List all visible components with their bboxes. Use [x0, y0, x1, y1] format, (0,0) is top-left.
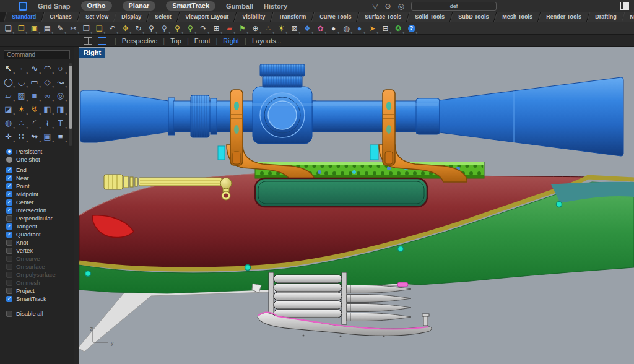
osnap-row-one-shot[interactable]: One shot	[6, 155, 74, 163]
viewport-tab-perspective[interactable]: Perspective	[122, 37, 157, 45]
zoom-selected-icon[interactable]: ⚲▾	[171, 22, 184, 34]
point-icon[interactable]: ∙▾	[15, 61, 28, 75]
checkbox-midpoint[interactable]: ✓	[6, 191, 12, 197]
split-icon[interactable]: ◨▾	[54, 102, 67, 116]
checkbox-disable-all[interactable]	[6, 311, 12, 317]
osnap-row-persistent[interactable]: Persistent	[6, 147, 74, 155]
tab-mesh-tools[interactable]: Mesh Tools	[494, 12, 541, 22]
osnap-row-center[interactable]: ✓Center	[6, 198, 74, 206]
menu-item-history[interactable]: History	[264, 2, 287, 10]
menu-item-smarttrack[interactable]: SmartTrack	[166, 1, 215, 11]
osnap-row-quadrant[interactable]: ✓Quadrant	[6, 230, 74, 238]
viewport-layout-icon[interactable]: ⊞▾	[210, 22, 223, 34]
tab-subd-tools[interactable]: SubD Tools	[449, 12, 497, 22]
filter-icon[interactable]: ▽	[372, 2, 378, 11]
model-port-inset[interactable]	[255, 178, 427, 207]
fillet-curve-icon[interactable]: ◜▾	[28, 116, 41, 129]
color-wheel-icon[interactable]: ✿▾	[314, 22, 327, 34]
open-file-icon[interactable]: ❒▾	[15, 22, 28, 34]
notes-icon[interactable]: ✎▾	[54, 22, 67, 34]
move-icon[interactable]: ✛▾	[2, 129, 15, 143]
tab-curve-tools[interactable]: Curve Tools	[311, 12, 359, 22]
points-on-icon[interactable]: ∴▾	[15, 116, 28, 129]
rectangle-icon[interactable]: ▭▾	[28, 75, 41, 89]
osnap-row-midpoint[interactable]: ✓Midpoint	[6, 190, 74, 198]
freeform-curve-icon[interactable]: ↝▾	[54, 75, 67, 89]
osnap-row-on-curve[interactable]: On curve	[6, 254, 74, 262]
viewport-grid-icon[interactable]	[84, 37, 92, 45]
menu-item-grid-snap[interactable]: Grid Snap	[38, 2, 71, 10]
tab-cplanes[interactable]: CPlanes	[41, 12, 80, 22]
undo-view-icon[interactable]: ↷▾	[197, 22, 210, 34]
checkbox-on-mesh[interactable]	[6, 280, 12, 286]
rendered-display-icon[interactable]: ●▾	[353, 22, 366, 34]
viewport-tab-right[interactable]: Right	[223, 37, 239, 45]
osnap-row-intersection[interactable]: ✓Intersection	[6, 206, 74, 214]
zoom-extents-icon[interactable]: ⚲▾	[184, 22, 197, 34]
osnap-row-end[interactable]: ✓End	[6, 166, 74, 174]
checkbox-on-curve[interactable]	[6, 256, 12, 262]
new-file-icon[interactable]: ❏▾	[2, 22, 15, 34]
record-history-icon[interactable]: ⊙	[384, 2, 391, 11]
ellipse-icon[interactable]: ◯▾	[2, 75, 15, 89]
checkbox-knot[interactable]	[6, 240, 12, 246]
text-icon[interactable]: T▾	[54, 116, 67, 129]
menu-item-ortho[interactable]: Ortho	[81, 1, 112, 11]
select-icon[interactable]: ↖▾	[2, 61, 15, 75]
checkbox-on-surface[interactable]	[6, 264, 12, 270]
command-input[interactable]	[4, 50, 70, 59]
app-icon[interactable]	[19, 2, 27, 11]
tab-surface-tools[interactable]: Surface Tools	[357, 12, 409, 22]
osnap-row-on-surface[interactable]: On surface	[6, 262, 74, 271]
tab-visibility[interactable]: Visibility	[234, 12, 273, 22]
polygon-icon[interactable]: ◇▾	[41, 75, 54, 89]
viewport-tab-top[interactable]: Top	[170, 37, 181, 45]
polyline-icon[interactable]: ∿▾	[28, 61, 41, 75]
menu-item-gumball[interactable]: Gumball	[226, 2, 253, 10]
copy-icon[interactable]: ❐▾	[80, 22, 93, 34]
menu-item-planar[interactable]: Planar	[123, 1, 156, 11]
window-layout-icon[interactable]	[620, 2, 629, 10]
model-scope[interactable]	[80, 64, 623, 156]
scrollbar-thumb[interactable]	[69, 66, 72, 129]
osnap-row-project[interactable]: Project	[6, 287, 74, 295]
checkbox-perpendicular[interactable]	[6, 215, 12, 222]
checkbox-point[interactable]: ✓	[6, 183, 12, 189]
cplane-icon[interactable]: ⊕▾	[249, 22, 262, 34]
paste-icon[interactable]: ❑▾	[93, 22, 106, 34]
lock-icon[interactable]: ⊠▾	[288, 22, 301, 34]
explode-icon[interactable]: ✶▾	[15, 102, 28, 116]
osnap-row-smarttrack[interactable]: ✓SmartTrack	[6, 295, 74, 303]
print-icon[interactable]: ▤▾	[41, 22, 54, 34]
viewport-canvas[interactable]: z y Right	[74, 47, 634, 364]
box-icon[interactable]: ■▾	[28, 89, 41, 102]
tab-select[interactable]: Select	[147, 12, 180, 22]
osnap-row-on-mesh[interactable]: On mesh	[6, 279, 74, 287]
fillet-icon[interactable]: ↯▾	[28, 102, 41, 116]
save-icon[interactable]: ▣▾	[28, 22, 41, 34]
tab-drafting[interactable]: Drafting	[586, 12, 624, 22]
viewport-tab-front[interactable]: Front	[194, 37, 211, 45]
viewport-maximized-icon[interactable]	[98, 37, 106, 45]
lights-icon[interactable]: ☀▾	[275, 22, 288, 34]
surface-icon[interactable]: ▱▾	[2, 89, 15, 102]
osnap-row-point[interactable]: ✓Point	[6, 182, 74, 190]
zoom-dynamic-icon[interactable]: ⚲▾	[145, 22, 158, 34]
curve-icon[interactable]: ◠▾	[41, 61, 54, 75]
checkbox-center[interactable]: ✓	[6, 199, 12, 206]
checkbox-vertex[interactable]	[6, 248, 12, 254]
gumball-icon[interactable]: ∴▾	[262, 22, 275, 34]
help-icon[interactable]: ?▾	[405, 22, 418, 34]
tab-render-tools[interactable]: Render Tools	[538, 12, 589, 22]
checkbox-tangent[interactable]: ✓	[6, 223, 12, 230]
checkbox-project[interactable]	[6, 288, 12, 294]
viewport-title-badge[interactable]: Right	[79, 48, 105, 58]
circle-icon[interactable]: ○▾	[54, 61, 67, 75]
plane-icon[interactable]: ◪▾	[2, 102, 15, 116]
boolean-icon[interactable]: ◍▾	[2, 116, 15, 129]
osnap-row-near[interactable]: ✓Near	[6, 174, 74, 182]
tab-display[interactable]: Display	[113, 12, 150, 22]
arc-icon[interactable]: ◡▾	[15, 75, 28, 89]
cut-icon[interactable]: ✂▾	[67, 22, 80, 34]
layers-icon[interactable]: ❖▾	[301, 22, 314, 34]
